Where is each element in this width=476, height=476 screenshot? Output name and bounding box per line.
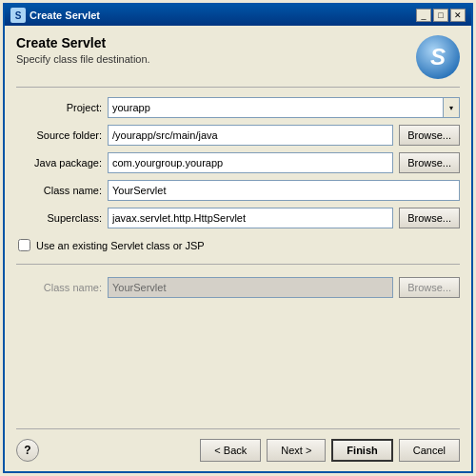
next-button[interactable]: Next > bbox=[267, 439, 326, 462]
browse-package-button[interactable]: Browse... bbox=[399, 152, 460, 173]
finish-button[interactable]: Finish bbox=[331, 439, 392, 462]
class-name2-row: Class name: Browse... bbox=[16, 277, 460, 298]
java-package-row: Java package: Browse... bbox=[16, 152, 460, 173]
close-button[interactable]: ✕ bbox=[450, 9, 466, 22]
project-label: Project: bbox=[16, 102, 102, 113]
window-title: Create Servlet bbox=[30, 10, 100, 21]
form-area: Project: yourapp ▾ Source folder: Browse… bbox=[16, 97, 460, 298]
help-button[interactable]: ? bbox=[16, 439, 39, 462]
class-name2-input bbox=[108, 277, 393, 298]
browse-source-button[interactable]: Browse... bbox=[399, 125, 460, 146]
project-select-wrapper: yourapp ▾ bbox=[108, 97, 460, 118]
browse-class2-button: Browse... bbox=[399, 277, 460, 298]
class-name-label: Class name: bbox=[16, 185, 102, 196]
button-bar: ? < Back Next > Finish Cancel bbox=[16, 428, 460, 462]
cancel-button[interactable]: Cancel bbox=[399, 439, 460, 462]
project-row: Project: yourapp ▾ bbox=[16, 97, 460, 118]
source-folder-label: Source folder: bbox=[16, 129, 102, 141]
nav-button-group: < Back Next > Finish Cancel bbox=[200, 439, 460, 462]
class-name-row: Class name: bbox=[16, 180, 460, 201]
page-title: Create Servlet bbox=[16, 35, 150, 50]
minimize-button[interactable]: _ bbox=[416, 9, 431, 22]
divider bbox=[16, 264, 460, 265]
title-bar-left: S Create Servlet bbox=[10, 8, 100, 23]
title-bar: S Create Servlet _ □ ✕ bbox=[5, 5, 471, 26]
browse-superclass-button[interactable]: Browse... bbox=[399, 208, 460, 228]
java-package-input[interactable] bbox=[108, 152, 393, 173]
class-name-input[interactable] bbox=[108, 180, 460, 201]
header-icon: S bbox=[416, 35, 460, 79]
java-package-label: Java package: bbox=[16, 157, 102, 169]
page-subtitle: Specify class file destination. bbox=[16, 53, 150, 65]
checkbox-row: Use an existing Servlet class or JSP bbox=[18, 239, 460, 251]
source-folder-row: Source folder: Browse... bbox=[16, 125, 460, 146]
checkbox-label: Use an existing Servlet class or JSP bbox=[36, 240, 205, 251]
title-bar-controls: _ □ ✕ bbox=[416, 9, 466, 22]
source-folder-input[interactable] bbox=[108, 125, 393, 146]
header-area: Create Servlet Specify class file destin… bbox=[16, 35, 460, 88]
class-name2-label: Class name: bbox=[16, 282, 102, 293]
window-body: Create Servlet Specify class file destin… bbox=[5, 26, 471, 471]
superclass-label: Superclass: bbox=[16, 212, 102, 224]
maximize-button[interactable]: □ bbox=[433, 9, 448, 22]
project-select[interactable]: yourapp bbox=[108, 97, 460, 118]
superclass-input[interactable] bbox=[108, 208, 393, 228]
header-text: Create Servlet Specify class file destin… bbox=[16, 35, 150, 65]
superclass-row: Superclass: Browse... bbox=[16, 208, 460, 228]
spacer bbox=[16, 298, 460, 428]
existing-servlet-checkbox[interactable] bbox=[18, 239, 30, 251]
back-button[interactable]: < Back bbox=[200, 439, 261, 462]
window-icon: S bbox=[10, 8, 26, 23]
create-servlet-window: S Create Servlet _ □ ✕ Create Servlet Sp… bbox=[3, 3, 473, 473]
